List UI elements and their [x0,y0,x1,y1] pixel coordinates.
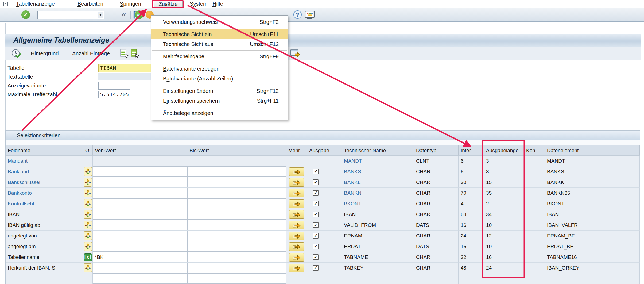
von-wert-input[interactable] [93,198,187,209]
output-checkbox[interactable]: ✓ [313,222,319,228]
help-icon[interactable]: ? [293,10,302,19]
bis-wert-input[interactable] [187,209,286,220]
menu-tabellenanzeige[interactable]: Tabellenanzeige [16,0,55,8]
option-cell[interactable]: [x] [83,252,93,263]
more-arrow-icon[interactable] [289,199,304,208]
output-checkbox[interactable]: ✓ [313,169,319,174]
more-arrow-icon[interactable] [289,189,304,197]
multiselect-icon[interactable] [84,221,92,229]
von-wert-input[interactable] [93,166,187,177]
ausgabe-cell[interactable]: ✓ [307,188,342,198]
more-arrow-icon[interactable] [289,232,304,240]
bis-wert-input[interactable] [187,231,286,241]
von-wert-input[interactable] [93,177,187,188]
anzahl-eintraege-button[interactable]: Anzahl Einträge [72,47,110,60]
output-checkbox[interactable]: ✓ [313,254,319,260]
mehr-cell[interactable] [286,263,307,273]
option-cell[interactable] [83,263,93,273]
mehr-cell[interactable] [286,166,307,177]
menu-item-batchvariante-erzeugen[interactable]: Batchvariante erzeugen [151,64,288,74]
enter-icon[interactable]: ✓ [21,10,30,19]
option-cell[interactable] [83,198,93,209]
mehr-cell[interactable] [286,209,307,220]
multiselect-icon[interactable] [84,189,92,197]
mehr-cell[interactable] [286,188,307,198]
column-header-datenelement[interactable]: Datenelement [545,145,640,156]
feldname-cell[interactable]: Bankland [6,166,83,177]
bis-wert-input[interactable] [187,263,286,273]
von-wert-input[interactable] [93,231,187,241]
trefferzahl-input[interactable]: 5.514.705 [98,91,131,98]
menu-hilfe[interactable]: Hilfe [212,0,223,8]
bis-wert-input[interactable] [187,252,286,263]
menu-springen[interactable]: Springen [120,0,141,8]
menu-system[interactable]: System [190,0,208,8]
column-header-ausgabe[interactable]: Ausgabe [307,145,342,156]
option-cell[interactable] [83,209,93,220]
more-arrow-icon[interactable] [289,253,304,262]
more-arrow-icon[interactable] [289,264,304,272]
feldname-cell[interactable]: Bankkonto [6,188,83,198]
more-arrow-icon[interactable] [289,167,304,176]
mehr-cell[interactable] [286,231,307,241]
feldname-cell[interactable]: Tabellenname [6,252,83,263]
output-checkbox[interactable]: ✓ [313,233,319,239]
ausgabe-cell[interactable]: ✓ [307,166,342,177]
command-field[interactable] [38,12,97,18]
column-header-feldname[interactable]: Feldname [6,145,83,156]
menu-item-mehrfacheingabe[interactable]: MehrfacheingabeStrg+F9 [151,52,288,62]
column-header-o[interactable]: O. [83,145,93,156]
column-header-technischer-name[interactable]: Technischer Name [342,145,414,156]
feldname-cell[interactable]: IBAN [6,209,83,220]
bis-wert-input[interactable] [187,188,286,198]
von-wert-input[interactable] [93,220,187,231]
output-checkbox[interactable]: ✓ [313,201,319,206]
von-wert-input[interactable] [93,273,187,284]
option-cell[interactable] [83,166,93,177]
more-arrow-icon[interactable] [289,221,304,229]
ausgabe-cell[interactable]: ✓ [307,241,342,252]
feldname-cell[interactable]: Kontrollschl. [6,198,83,209]
option-cell[interactable] [83,188,93,198]
command-dropdown-icon[interactable]: ▼ [98,12,103,18]
ausgabe-cell[interactable]: ✓ [307,252,342,263]
von-wert-input[interactable] [93,241,187,252]
mehr-cell[interactable] [286,177,307,188]
select-all-list-icon[interactable] [120,49,129,59]
multiselect-icon[interactable] [84,210,92,219]
ausgabe-cell[interactable]: ✓ [307,231,342,241]
menu-item-technische-sicht-ein[interactable]: Technische Sicht einUmsch+F11 [151,29,288,39]
von-wert-input[interactable]: *BK [93,252,187,263]
column-header-bis-wert[interactable]: Bis-Wert [187,145,286,156]
feldname-cell[interactable]: IBAN gültig ab [6,220,83,231]
more-arrow-icon[interactable] [289,178,304,187]
column-header-inter[interactable]: Inter... [459,145,484,156]
more-arrow-icon[interactable] [289,210,304,219]
multiselect-icon[interactable] [84,263,92,272]
output-checkbox[interactable]: ✓ [313,190,319,196]
ausgabe-cell[interactable]: ✓ [307,198,342,209]
output-checkbox[interactable]: ✓ [313,179,319,185]
bis-wert-input[interactable] [187,241,286,252]
bis-wert-input[interactable] [187,156,286,166]
option-cell[interactable] [83,177,93,188]
von-wert-input[interactable] [93,209,187,220]
column-header-kon[interactable]: Kon... [524,145,545,156]
von-wert-input[interactable] [93,188,187,198]
ausgabe-cell[interactable]: ✓ [307,177,342,188]
menu-zus-tze[interactable]: Zusätze [154,1,183,8]
bis-wert-input[interactable] [187,166,286,177]
multiselect-icon[interactable] [84,242,92,251]
hintergrund-button[interactable]: Hintergrund [31,47,59,60]
feldname-cell[interactable]: Herkunft der IBAN: S [6,263,83,273]
collapse-icon[interactable]: « [122,10,126,19]
back-icon[interactable]: «« [135,10,143,19]
bis-wert-input[interactable] [187,198,286,209]
menu-item-technische-sicht-aus[interactable]: Technische Sicht ausUmsch+F12 [151,39,288,49]
menu-item-batchvariante-anzahl-zeilen[interactable]: Batchvariante (Anzahl Zeilen) [151,74,288,84]
von-wert-input[interactable] [93,263,187,273]
menu-item-einstellungen-speichern[interactable]: Einstellungen speichernStrg+F11 [151,96,288,106]
anzeigevariante-input[interactable] [98,82,130,90]
output-checkbox[interactable]: ✓ [313,212,319,217]
feldname-cell[interactable]: Bankschlüssel [6,177,83,188]
